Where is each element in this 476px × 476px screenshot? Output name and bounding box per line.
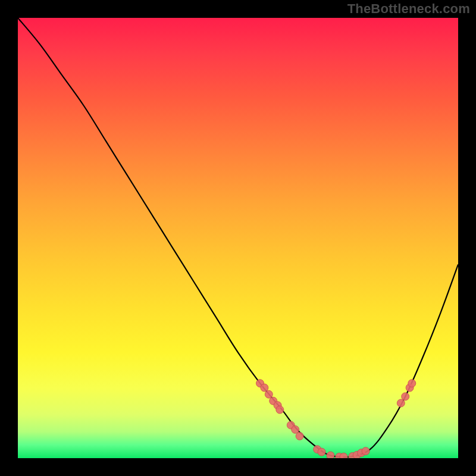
marker-group bbox=[256, 380, 416, 458]
data-marker bbox=[296, 433, 303, 440]
data-marker bbox=[265, 390, 273, 398]
data-marker bbox=[318, 448, 325, 456]
chart-frame: TheBottleneck.com bbox=[0, 0, 476, 476]
data-marker bbox=[327, 452, 334, 458]
data-marker bbox=[397, 399, 405, 407]
bottleneck-curve bbox=[18, 18, 458, 458]
data-marker bbox=[408, 380, 416, 387]
plot-area bbox=[18, 18, 458, 458]
data-marker bbox=[362, 447, 369, 455]
curve-layer bbox=[18, 18, 458, 458]
data-marker bbox=[276, 406, 284, 414]
data-marker bbox=[261, 384, 268, 392]
watermark-text: TheBottleneck.com bbox=[347, 1, 470, 17]
data-marker bbox=[292, 425, 299, 433]
data-marker bbox=[402, 393, 409, 400]
